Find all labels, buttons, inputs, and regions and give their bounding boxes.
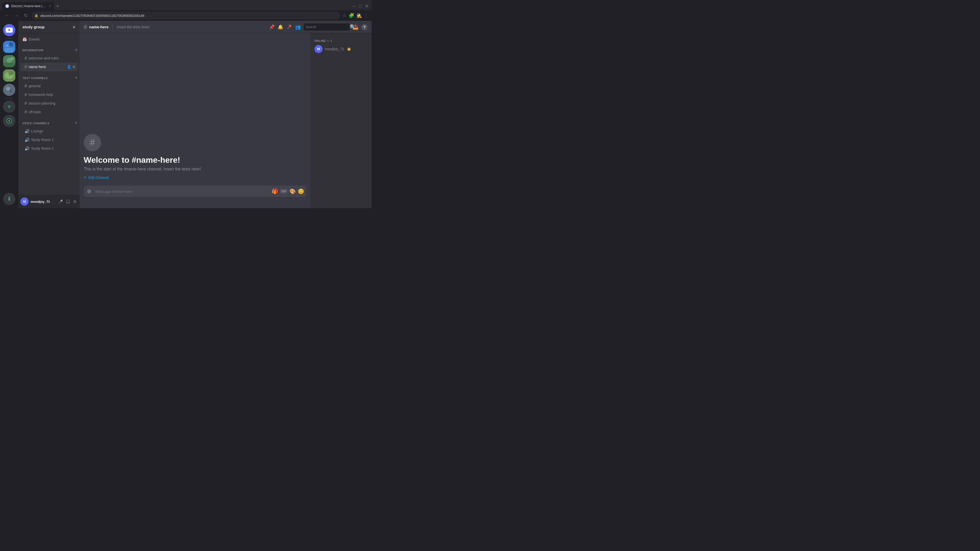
svg-point-15 — [9, 89, 12, 92]
svg-point-9 — [11, 57, 14, 60]
category-name-text: TEXT CHANNELS — [22, 76, 48, 79]
channel-name: name-here — [29, 65, 65, 69]
events-item[interactable]: 📅 Events — [18, 35, 80, 43]
channel-general[interactable]: # general — [21, 82, 78, 90]
voice-icon: 🔊 — [24, 138, 30, 142]
add-channel-information[interactable]: + — [75, 48, 78, 53]
svg-rect-5 — [5, 48, 13, 52]
tab-close-button[interactable]: × — [49, 4, 51, 8]
add-attachment-button[interactable]: ⊕ — [86, 187, 92, 196]
user-avatar: M — [21, 197, 29, 206]
channel-study-room-2[interactable]: 🔊 Study Room 2 — [21, 144, 78, 153]
forward-button[interactable]: → — [13, 12, 21, 19]
user-panel: M moodjoy_71 🎤 🎧 ⚙ — [18, 195, 80, 208]
gif-button[interactable]: GIF — [280, 189, 287, 194]
channel-session-planning[interactable]: # session-planning — [21, 99, 78, 108]
address-bar: ← → ↻ 🔒 discord.com/channels/11827053640… — [0, 10, 372, 21]
channel-list: 📅 Events INFORMATION + # welcome-and-rul… — [18, 33, 80, 195]
menu-icon[interactable]: ⋮ — [364, 13, 369, 18]
address-actions: ☆ 🧩 🕵 ⋮ — [342, 13, 369, 18]
emoji-icon[interactable]: 😊 — [298, 188, 304, 194]
browser-chrome: D Discord | #name-here | study gr... × +… — [0, 0, 372, 21]
category-voice-channels[interactable]: VOICE CHANNELS + — [18, 116, 80, 127]
back-button[interactable]: ← — [3, 12, 11, 19]
server-icon-2[interactable] — [3, 55, 15, 67]
pin-icon[interactable]: 📌 — [269, 24, 275, 30]
edit-channel-label: Edit Channel — [88, 176, 109, 179]
gift-icon[interactable]: 🎁 — [272, 188, 278, 194]
channel-name: Study Room 1 — [31, 138, 76, 142]
invite-icon[interactable]: 👤 — [67, 65, 71, 69]
members-icon[interactable]: 👥 — [295, 24, 301, 30]
server-sidebar: + ⬇ — [0, 21, 18, 208]
calendar-icon: 📅 — [22, 37, 27, 41]
username: moodjoy_71 — [30, 200, 56, 203]
online-section-title: ONLINE — 1 — [312, 37, 369, 43]
add-channel-text[interactable]: + — [75, 75, 78, 81]
maximize-button[interactable]: □ — [358, 3, 363, 10]
add-server-button[interactable]: + — [3, 100, 15, 113]
topbar-divider — [113, 24, 113, 30]
tab-title: Discord | #name-here | study gr... — [11, 4, 47, 8]
download-button[interactable]: ⬇ — [3, 193, 15, 205]
url-bar[interactable]: 🔒 discord.com/channels/11827053640729355… — [32, 12, 340, 19]
minimize-button[interactable]: ─ — [352, 3, 357, 10]
server-name-bar[interactable]: study group ∨ — [18, 21, 80, 33]
message-input-container: ⊕ 🎁 GIF 🎨 😊 — [84, 186, 306, 197]
mute-button[interactable]: 🎤 — [57, 198, 64, 205]
server-name: study group — [22, 25, 45, 29]
input-actions: 🎁 GIF 🎨 😊 — [272, 188, 304, 194]
messages-area: # Welcome to #name-here! This is the sta… — [80, 33, 372, 208]
svg-point-17 — [8, 120, 10, 122]
channel-lounge[interactable]: 🔊 Lounge — [21, 127, 78, 135]
server-icon-4[interactable] — [3, 84, 15, 96]
channel-off-topic[interactable]: # off-topic — [21, 108, 78, 116]
refresh-button[interactable]: ↻ — [22, 12, 29, 19]
user-settings-button[interactable]: ⚙ — [72, 198, 78, 205]
sticker-icon[interactable]: 🎨 — [290, 188, 296, 194]
server-icon-3[interactable] — [3, 69, 15, 82]
svg-point-12 — [8, 71, 13, 76]
close-window-button[interactable]: ✕ — [364, 2, 369, 10]
svg-point-4 — [9, 42, 13, 46]
category-name-information: INFORMATION — [22, 49, 43, 52]
star-icon[interactable]: ☆ — [342, 13, 347, 18]
category-text-channels[interactable]: TEXT CHANNELS + — [18, 71, 80, 82]
discovery-button[interactable] — [3, 115, 15, 127]
discord-home-button[interactable] — [3, 24, 15, 36]
category-name-voice: VOICE CHANNELS — [22, 122, 49, 125]
member-item[interactable]: M moodjoy_71 👑 — [312, 43, 369, 55]
message-input[interactable] — [94, 187, 270, 196]
incognito-icon[interactable]: 🕵 — [356, 13, 362, 18]
inbox-icon[interactable]: 📥 — [353, 24, 358, 30]
lock-icon: 🔒 — [35, 14, 38, 17]
browser-controls: ─ □ ✕ — [352, 2, 369, 10]
category-information[interactable]: INFORMATION + — [18, 43, 80, 54]
bell-icon[interactable]: 🔔 — [278, 24, 283, 30]
search-bar[interactable]: 🔍 — [304, 24, 350, 30]
hash-icon: # — [24, 92, 27, 97]
active-tab[interactable]: D Discord | #name-here | study gr... × — [2, 2, 54, 10]
settings-icon[interactable]: ⚙ — [72, 65, 76, 69]
channel-welcome-and-rules[interactable]: # welcome-and-rules — [21, 54, 78, 62]
topbar-actions: 📌 🔔 📍 👥 🔍 📥 ? — [269, 24, 368, 30]
help-icon[interactable]: ? — [361, 24, 368, 30]
channel-name: welcome-and-rules — [29, 56, 76, 60]
search-input[interactable] — [306, 25, 348, 29]
add-icon: + — [7, 103, 11, 110]
channel-name-here[interactable]: # name-here 👤 ⚙ — [21, 62, 78, 71]
tab-favicon: D — [5, 4, 9, 8]
channel-actions: 👤 ⚙ — [67, 65, 76, 69]
new-tab-button[interactable]: + — [54, 3, 61, 10]
messages-content: # Welcome to #name-here! This is the sta… — [80, 33, 310, 208]
server-icon-1[interactable] — [3, 41, 15, 53]
hash-icon: # — [24, 110, 27, 115]
bookmark-icon[interactable]: 📍 — [285, 23, 293, 31]
edit-channel-link[interactable]: ✏ Edit Channel — [84, 176, 306, 179]
extensions-icon[interactable]: 🧩 — [348, 13, 354, 18]
channel-study-room-1[interactable]: 🔊 Study Room 1 — [21, 135, 78, 144]
url-text: discord.com/channels/1182705364072935565… — [40, 14, 337, 17]
channel-homework-help[interactable]: # homework-help — [21, 90, 78, 99]
add-channel-voice[interactable]: + — [75, 121, 78, 126]
deafen-button[interactable]: 🎧 — [65, 198, 71, 205]
